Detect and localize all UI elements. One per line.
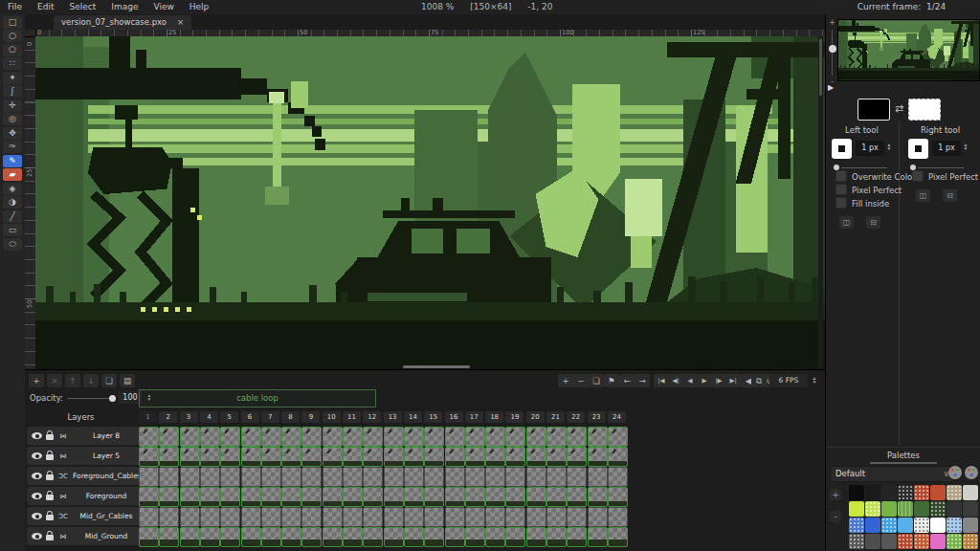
cel-layer-5-f10[interactable] [323, 447, 343, 467]
frame-header-22[interactable]: 22 [567, 411, 585, 423]
frame-header-9[interactable]: 9 [301, 411, 320, 423]
fps-value[interactable]: 6 FPS [769, 374, 808, 387]
cel-foreground_cables-f5[interactable] [220, 467, 240, 487]
animation-tag[interactable]: cable loop [139, 389, 376, 408]
cel-foreground_cables-f14[interactable] [404, 467, 424, 487]
frame-header-2[interactable]: 2 [159, 411, 177, 423]
eraser-tool[interactable]: ▰ [3, 168, 22, 181]
cel-foreground-f8[interactable] [281, 487, 301, 507]
layer-lock-icon[interactable] [46, 434, 54, 440]
cel-layer-5-f22[interactable] [567, 447, 587, 467]
add-layer-button[interactable]: + [29, 374, 44, 387]
cel-mid_ground-f13[interactable] [384, 527, 404, 547]
palette-swatch[interactable] [963, 501, 978, 517]
checkbox-pixel-perfect-left[interactable]: Pixel Perfect [835, 184, 902, 195]
remove-swatch-button[interactable]: - [830, 511, 841, 522]
frame-header-23[interactable]: 23 [588, 411, 606, 423]
drawing-canvas[interactable] [35, 36, 825, 369]
palette-swatch[interactable] [849, 485, 864, 500]
cel-mid_ground-f18[interactable] [485, 527, 505, 547]
merge-layer-button[interactable]: ▤ [120, 374, 135, 387]
shading-tool[interactable]: ◑ [3, 196, 22, 209]
palette-swatch[interactable] [914, 534, 929, 549]
palette-swatch[interactable] [963, 534, 978, 549]
layer-visibility-icon[interactable] [32, 513, 42, 519]
layer-row-mid_gr_cables[interactable]: ƆCMid_Gr_Cables [27, 507, 145, 525]
cel-mid_gr_cables-f11[interactable] [343, 507, 363, 527]
palette-swatch[interactable] [930, 534, 946, 549]
menu-edit[interactable]: Edit [30, 0, 61, 13]
cel-foreground_cables-f22[interactable] [567, 467, 587, 487]
left-symmetry-y-button[interactable]: ⊟ [866, 216, 880, 229]
add-frame-button[interactable]: + [558, 374, 573, 387]
palette-select[interactable]: Default ∨ [830, 466, 954, 482]
cel-layer-8-f2[interactable] [159, 427, 179, 447]
cel-layer-8-f6[interactable] [241, 427, 261, 447]
clone-layer-button[interactable]: ❏ [101, 374, 117, 387]
cel-layer-5-f6[interactable] [241, 447, 261, 467]
layer-lock-icon[interactable] [46, 495, 54, 500]
cel-mid_gr_cables-f9[interactable] [301, 507, 322, 527]
frame-header-4[interactable]: 4 [200, 411, 218, 423]
palette-swatch[interactable] [930, 501, 946, 517]
right-symmetry-y-button[interactable]: ⊟ [943, 189, 957, 202]
cel-layer-5-f2[interactable] [159, 447, 179, 467]
first-frame-button[interactable]: |◀ [654, 374, 669, 387]
layer-visibility-icon[interactable] [32, 473, 42, 479]
cel-mid_gr_cables-f14[interactable] [404, 507, 424, 527]
cel-layer-5-f20[interactable] [526, 447, 546, 467]
palette-swatch[interactable] [865, 485, 880, 500]
cel-foreground-f16[interactable] [445, 487, 465, 507]
cel-layer-5-f18[interactable] [485, 447, 505, 467]
move-frame-left-button[interactable]: ← [619, 374, 635, 387]
checkbox-box[interactable] [835, 184, 847, 195]
cel-layer-5-f15[interactable] [424, 447, 444, 467]
palette-swatch[interactable] [865, 534, 880, 549]
layer-row-layer-8[interactable]: ⋈Layer 8 [27, 427, 145, 445]
layer-visibility-icon[interactable] [32, 432, 42, 439]
left-brush-size[interactable]: 1 px [856, 141, 884, 156]
zoom-tool[interactable]: ◎ [3, 113, 22, 125]
cel-layer-8-f1[interactable] [139, 427, 159, 447]
left-symmetry-x-button[interactable]: ◫ [839, 216, 854, 229]
palette-swatch[interactable] [930, 485, 946, 500]
cel-foreground-f21[interactable] [546, 487, 567, 507]
cel-foreground-f15[interactable] [424, 487, 444, 507]
cel-foreground_cables-f19[interactable] [505, 467, 525, 487]
cel-foreground-f19[interactable] [505, 487, 525, 507]
cel-foreground_cables-f10[interactable] [323, 467, 343, 487]
layer-lock-icon[interactable] [46, 515, 54, 520]
rectangle-tool[interactable]: ▭ [3, 224, 22, 236]
menu-select[interactable]: Select [62, 0, 104, 13]
cel-layer-8-f15[interactable] [424, 427, 444, 447]
cel-mid_gr_cables-f8[interactable] [281, 507, 301, 527]
cel-layer-5-f13[interactable] [384, 447, 404, 467]
cel-foreground_cables-f13[interactable] [384, 467, 404, 487]
frame-header-13[interactable]: 13 [384, 411, 402, 423]
palette-swatch[interactable] [865, 501, 880, 517]
palette-swatch[interactable] [849, 534, 864, 549]
cel-mid_gr_cables-f22[interactable] [567, 507, 587, 527]
cel-layer-5-f17[interactable] [465, 447, 485, 467]
cel-mid_ground-f10[interactable] [323, 527, 343, 547]
cel-foreground-f23[interactable] [588, 487, 608, 507]
next-frame-button[interactable]: |▶ [711, 374, 726, 387]
cel-layer-5-f19[interactable] [505, 447, 525, 467]
cel-foreground-f22[interactable] [567, 487, 587, 507]
remove-frame-button[interactable]: − [573, 374, 589, 387]
frame-header-1[interactable]: 1 [139, 411, 157, 423]
cel-foreground-f1[interactable] [139, 487, 159, 507]
new-palette-icon[interactable] [965, 466, 978, 479]
layer-unlinked-chain-icon[interactable]: ƆC [57, 473, 69, 480]
frame-header-16[interactable]: 16 [445, 411, 463, 423]
cel-foreground_cables-f21[interactable] [546, 467, 567, 487]
palette-swatch[interactable] [947, 518, 962, 533]
bucket-tool[interactable]: ◈ [3, 183, 22, 195]
move-layer-down-button[interactable]: ↓ [83, 374, 99, 387]
cel-layer-8-f9[interactable] [301, 427, 322, 447]
cel-mid_ground-f3[interactable] [180, 527, 200, 547]
clone-frame-button[interactable]: ❏ [589, 374, 604, 387]
cel-layer-8-f22[interactable] [567, 427, 587, 447]
cel-layer-8-f8[interactable] [281, 427, 301, 447]
cel-mid_ground-f19[interactable] [505, 527, 525, 547]
